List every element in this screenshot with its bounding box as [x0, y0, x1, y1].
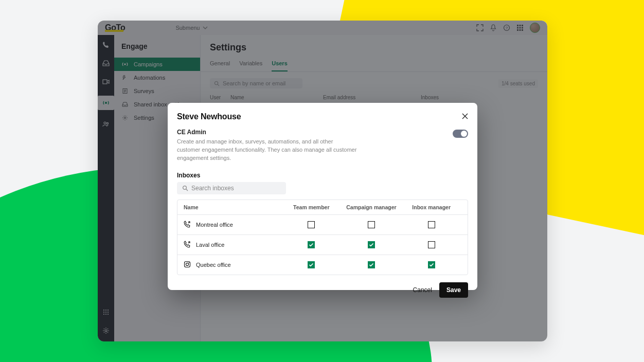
- checkbox-checked[interactable]: [428, 261, 435, 268]
- svg-point-29: [183, 186, 187, 189]
- inbox-table: Name Team member Campaign manager Inbox …: [177, 200, 468, 275]
- checkbox-checked[interactable]: [308, 241, 315, 248]
- checkbox-checked[interactable]: [368, 261, 375, 268]
- checkbox-unchecked[interactable]: [428, 221, 435, 228]
- modal-close-button[interactable]: [462, 112, 468, 121]
- role-title: CE Admin: [177, 129, 444, 136]
- inbox-row: Laval office: [177, 234, 468, 255]
- phone-forward-icon: [184, 241, 191, 249]
- checkbox-unchecked[interactable]: [308, 221, 315, 228]
- cancel-button[interactable]: Cancel: [413, 286, 432, 294]
- inbox-search-input[interactable]: Search inboxes: [177, 182, 286, 194]
- col-team-member: Team member: [281, 204, 342, 210]
- col-campaign-manager: Campaign manager: [342, 204, 402, 210]
- phone-forward-icon: [184, 221, 191, 229]
- checkbox-unchecked[interactable]: [428, 241, 435, 248]
- inbox-row: Quebec office: [177, 255, 468, 275]
- checkbox-checked[interactable]: [308, 261, 315, 268]
- checkbox-checked[interactable]: [368, 241, 375, 248]
- checkbox-unchecked[interactable]: [368, 221, 375, 228]
- inbox-name-cell: Quebec office: [184, 261, 281, 269]
- inbox-name-label: Montreal office: [196, 222, 233, 228]
- close-icon: [462, 113, 468, 119]
- ce-admin-toggle[interactable]: [453, 130, 468, 138]
- inbox-name-cell: Laval office: [184, 241, 281, 249]
- inbox-table-header: Name Team member Campaign manager Inbox …: [177, 200, 468, 214]
- col-inbox-manager: Inbox manager: [401, 204, 461, 210]
- user-modal: Steve Newhouse CE Admin Create and manag…: [168, 103, 477, 290]
- search-icon: [182, 185, 188, 191]
- inbox-row: Montreal office: [177, 214, 468, 234]
- inbox-name-label: Laval office: [196, 242, 224, 248]
- inbox-search-placeholder: Search inboxes: [191, 185, 234, 192]
- svg-point-32: [189, 262, 190, 263]
- save-button[interactable]: Save: [439, 282, 468, 298]
- col-name: Name: [184, 204, 281, 210]
- inbox-name-cell: Montreal office: [184, 221, 281, 229]
- instagram-icon: [184, 261, 191, 269]
- modal-title: Steve Newhouse: [177, 112, 241, 121]
- inboxes-section-title: Inboxes: [177, 172, 468, 179]
- svg-point-31: [186, 263, 188, 265]
- inbox-name-label: Quebec office: [196, 262, 231, 268]
- role-description: Create and manage inbox, surveys, automa…: [177, 138, 357, 162]
